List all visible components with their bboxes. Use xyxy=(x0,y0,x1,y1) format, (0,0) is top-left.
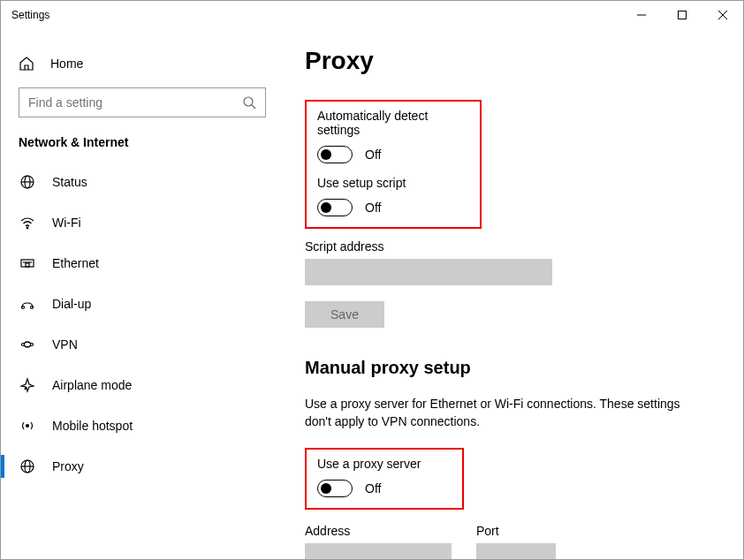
close-button[interactable] xyxy=(702,1,743,29)
sidebar-item-vpn[interactable]: VPN xyxy=(1,324,284,365)
auto-detect-toggle[interactable] xyxy=(317,146,353,163)
address-label: Address xyxy=(305,524,452,538)
sidebar-item-label: Ethernet xyxy=(52,256,99,270)
port-input[interactable] xyxy=(476,543,556,559)
manual-setup-desc: Use a proxy server for Ethernet or Wi-Fi… xyxy=(305,396,694,430)
svg-point-17 xyxy=(22,306,25,309)
svg-point-9 xyxy=(27,227,28,229)
script-address-label: Script address xyxy=(305,239,722,254)
page-title: Proxy xyxy=(305,47,722,75)
sidebar-item-ethernet[interactable]: Ethernet xyxy=(1,243,284,284)
content-pane: Proxy Automatically detect settings Off … xyxy=(284,29,743,559)
svg-point-4 xyxy=(244,97,253,106)
sidebar-item-label: Proxy xyxy=(52,459,84,473)
auto-detect-label: Automatically detect settings xyxy=(317,109,469,137)
svg-point-21 xyxy=(27,425,29,428)
sidebar: Home Network & Internet Status Wi-Fi xyxy=(1,29,284,559)
sidebar-item-label: Status xyxy=(52,175,87,189)
status-icon xyxy=(19,174,36,190)
save-button[interactable]: Save xyxy=(305,301,384,328)
sidebar-item-airplane[interactable]: Airplane mode xyxy=(1,365,284,405)
script-address-input[interactable] xyxy=(305,259,552,285)
save-button-label: Save xyxy=(330,307,359,322)
sidebar-item-label: Wi-Fi xyxy=(52,216,81,230)
hotspot-icon xyxy=(19,418,36,434)
manual-setup-title: Manual proxy setup xyxy=(305,358,722,378)
maximize-button[interactable] xyxy=(662,1,702,29)
sidebar-item-label: Mobile hotspot xyxy=(52,419,133,433)
ethernet-icon xyxy=(19,255,36,271)
svg-rect-11 xyxy=(26,263,29,267)
use-proxy-label: Use a proxy server xyxy=(317,457,452,471)
dialup-icon xyxy=(19,296,36,312)
wifi-icon xyxy=(19,215,36,231)
port-label: Port xyxy=(476,524,556,538)
airplane-icon xyxy=(19,377,36,393)
search-icon xyxy=(242,95,256,110)
highlight-box-manual: Use a proxy server Off xyxy=(305,448,464,510)
sidebar-item-label: VPN xyxy=(52,337,78,352)
sidebar-item-proxy[interactable]: Proxy xyxy=(1,446,284,487)
home-label: Home xyxy=(50,57,83,71)
sidebar-item-dialup[interactable]: Dial-up xyxy=(1,284,284,324)
sidebar-item-status[interactable]: Status xyxy=(1,162,284,202)
sidebar-item-label: Dial-up xyxy=(52,297,91,311)
sidebar-item-wifi[interactable]: Wi-Fi xyxy=(1,202,284,243)
minimize-button[interactable] xyxy=(621,1,662,29)
setup-script-toggle[interactable] xyxy=(317,199,353,216)
titlebar: Settings xyxy=(1,1,743,29)
auto-detect-state: Off xyxy=(365,148,381,162)
search-input[interactable] xyxy=(28,95,242,110)
sidebar-group-title: Network & Internet xyxy=(1,135,284,162)
home-link[interactable]: Home xyxy=(1,47,284,80)
svg-line-5 xyxy=(252,105,255,109)
setup-script-state: Off xyxy=(365,201,381,215)
use-proxy-toggle[interactable] xyxy=(317,480,353,497)
sidebar-item-label: Airplane mode xyxy=(52,378,132,392)
search-box[interactable] xyxy=(19,87,266,117)
window-title: Settings xyxy=(11,9,49,21)
svg-rect-1 xyxy=(679,11,687,19)
svg-point-18 xyxy=(31,306,34,309)
sidebar-nav: Status Wi-Fi Ethernet Dial-up xyxy=(1,162,284,487)
vpn-icon xyxy=(19,337,36,352)
proxy-icon xyxy=(19,458,36,474)
highlight-box-auto: Automatically detect settings Off Use se… xyxy=(305,100,482,229)
setup-script-label: Use setup script xyxy=(317,176,469,190)
home-icon xyxy=(19,56,34,72)
sidebar-item-hotspot[interactable]: Mobile hotspot xyxy=(1,405,284,446)
use-proxy-state: Off xyxy=(365,481,381,496)
address-input[interactable] xyxy=(305,543,452,559)
window-controls xyxy=(621,1,743,29)
